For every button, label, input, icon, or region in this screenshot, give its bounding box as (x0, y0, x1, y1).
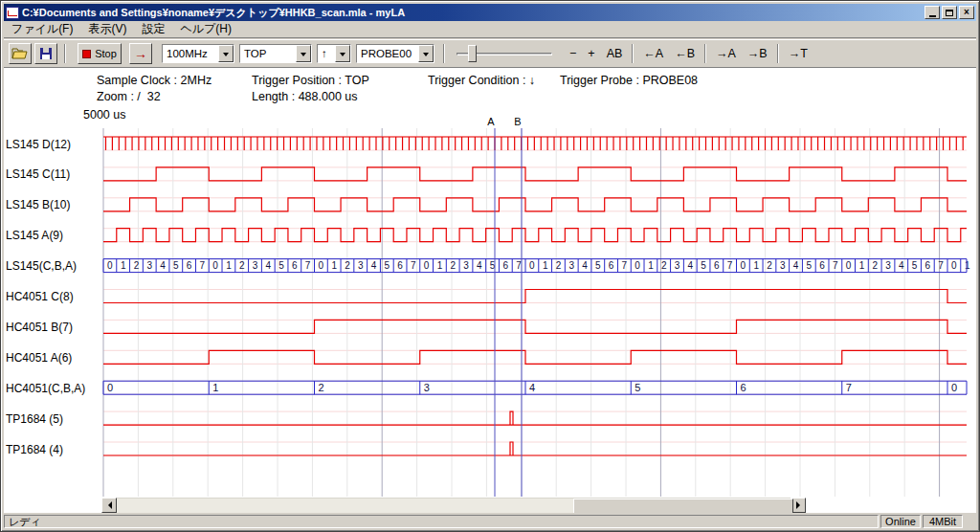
save-button[interactable] (34, 43, 57, 64)
status-message: レディ (4, 515, 879, 528)
dropdown-arrow-icon[interactable] (218, 45, 234, 62)
scroll-thumb[interactable] (573, 499, 793, 514)
scroll-track[interactable] (117, 498, 791, 513)
trigger-probe-info: Trigger Probe : PROBE08 (560, 74, 698, 87)
scroll-left-button[interactable] (101, 498, 117, 513)
toolbar: Stop → 100MHz TOP ↑ PROBE00 − + AB (4, 39, 976, 67)
sample-clock-value: 100MHz (163, 45, 218, 62)
menu-view[interactable]: 表示(V) (80, 20, 134, 38)
zoom-in-button[interactable]: + (582, 44, 600, 63)
trigger-probe-select[interactable]: PROBE00 (356, 44, 434, 63)
sample-clock-info: Sample Clock : 2MHz (97, 74, 212, 87)
stop-icon (82, 50, 91, 58)
goto-b-next-button[interactable]: →B (742, 44, 773, 63)
zoom-slider[interactable] (457, 43, 552, 64)
trigger-probe-value: PROBE00 (357, 45, 418, 62)
menu-bar: ファイル(F) 表示(V) 設定 ヘルプ(H) (4, 21, 976, 38)
maximize-button[interactable] (942, 6, 957, 19)
toolbar-separator (704, 44, 706, 63)
scroll-left-icon (104, 501, 112, 509)
trigger-position-value: TOP (240, 45, 296, 62)
stop-button[interactable]: Stop (78, 43, 122, 64)
window-title: C:¥Documents and Settings¥noname¥デスクトップ¥… (22, 6, 924, 20)
dropdown-arrow-icon[interactable] (418, 45, 434, 62)
close-icon: × (964, 8, 969, 17)
scroll-right-icon (796, 501, 804, 509)
length-info: Length : 488.000 us (252, 90, 358, 103)
menu-help[interactable]: ヘルプ(H) (172, 20, 239, 38)
floppy-icon (39, 47, 53, 60)
goto-a-next-button[interactable]: →A (710, 44, 742, 63)
toolbar-separator (632, 44, 634, 63)
trigger-edge-value: ↑ (318, 45, 335, 62)
status-memory: 4MBit (923, 515, 963, 528)
status-online: Online (880, 515, 921, 528)
resize-grip (965, 515, 976, 528)
stop-label: Stop (95, 48, 117, 59)
run-arrow-icon: → (134, 46, 147, 61)
sample-clock-select[interactable]: 100MHz (162, 44, 234, 63)
waveform-panel (4, 67, 976, 513)
zoom-slider-thumb[interactable] (468, 45, 477, 62)
run-button[interactable]: → (129, 43, 152, 64)
title-bar: C:¥Documents and Settings¥noname¥デスクトップ¥… (4, 4, 976, 21)
open-folder-icon (11, 47, 29, 60)
toolbar-separator (443, 44, 445, 63)
trigger-condition-info: Trigger Condition : ↓ (428, 74, 535, 87)
ab-button[interactable]: AB (601, 44, 629, 63)
trigger-position-info: Trigger Position : TOP (252, 74, 369, 87)
dropdown-arrow-icon[interactable] (296, 45, 311, 62)
goto-b-prev-button[interactable]: ←B (669, 44, 701, 63)
zoom-out-button[interactable]: − (564, 44, 582, 63)
trigger-edge-select[interactable]: ↑ (317, 44, 351, 63)
time-axis-label: 5000 us (83, 108, 125, 122)
dropdown-arrow-icon[interactable] (335, 45, 350, 62)
maximize-icon (946, 10, 953, 16)
horizontal-scrollbar[interactable] (101, 498, 806, 513)
toolbar-separator (777, 44, 779, 63)
trigger-position-select[interactable]: TOP (239, 44, 312, 63)
app-icon (6, 7, 19, 19)
open-button[interactable] (9, 43, 32, 64)
app-window: C:¥Documents and Settings¥noname¥デスクトップ¥… (0, 0, 980, 532)
menu-file[interactable]: ファイル(F) (4, 20, 80, 38)
minimize-icon (929, 15, 936, 17)
status-bar: レディ Online 4MBit (4, 513, 976, 528)
close-button[interactable]: × (959, 6, 974, 19)
goto-trigger-button[interactable]: →T (783, 44, 813, 63)
toolbar-separator (64, 44, 66, 63)
menu-settings[interactable]: 設定 (134, 20, 172, 38)
zoom-info: Zoom : / 32 (97, 90, 161, 103)
minimize-button[interactable] (924, 6, 940, 19)
goto-a-prev-button[interactable]: ←A (637, 44, 669, 63)
